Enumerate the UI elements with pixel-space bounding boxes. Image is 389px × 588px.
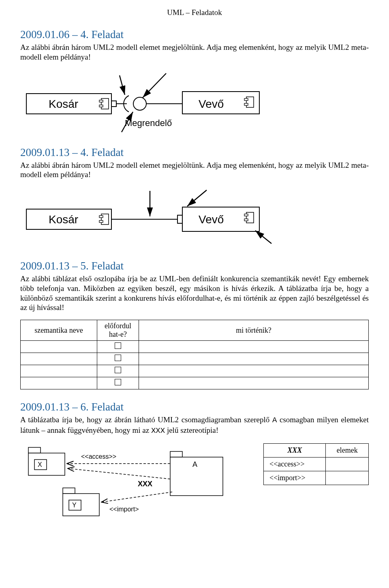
pkg-x-label: X [38,461,42,468]
svg-line-13 [143,73,166,98]
th-xxx: XXX [264,443,326,457]
task3-body: Az alábbi táblázat első oszlopába írja b… [20,274,369,312]
table-row: <<access>> [264,457,369,471]
page-header: UML – Feladatok [20,8,369,17]
label-xxx: XXX [138,480,152,488]
svg-rect-17 [99,216,103,218]
task2-body: Az alábbi ábrán három UML2 modell elemet… [20,160,369,180]
table-row [21,353,369,365]
th-elemek: elemek [326,443,369,457]
svg-point-6 [133,97,146,110]
svg-rect-23 [244,214,248,216]
checkbox-icon[interactable] [115,379,121,385]
svg-rect-34 [170,451,182,457]
task1-title: 2009.01.06 – 4. Feladat [20,28,369,41]
task3-table: szemantika neve előfordul hat-e? mi tört… [20,320,369,389]
label-import: <<import> [109,506,139,513]
svg-rect-31 [63,488,75,494]
checkbox-icon[interactable] [115,367,121,373]
col-elofordul: előfordul hat-e? [97,320,139,341]
col-szemantika: szemantika neve [21,320,97,341]
label-vevo: Vevő [199,98,224,110]
svg-line-37 [68,468,170,479]
pkg-a-label: A [192,460,197,468]
task1-body: Az alábbi ábrán három UML2 modell elemet… [20,43,369,62]
label-megrendelo: Megrendelő [125,118,172,128]
svg-rect-10 [244,98,248,100]
svg-rect-24 [244,219,248,221]
table-row: <<import>> [264,471,369,485]
label-vevo2: Vevő [199,213,224,226]
task4-title: 2009.01.13 – 6. Feladat [20,401,369,413]
task4-table: XXX elemek <<access>> <<import>> [263,443,369,485]
pkg-y-label: Y [72,502,77,509]
col-mitortenik: mi történik? [139,320,369,341]
task4-body: A táblázatba írja be, hogy az ábrán láth… [20,415,369,436]
svg-rect-28 [28,447,41,453]
task4-diagram: X Y A <<access>> XXX <<import> [20,443,239,520]
label-access: <<access>> [81,453,116,460]
svg-line-26 [187,190,207,206]
table-row [21,377,369,389]
task1-diagram: Kosár Megrendelő Vevő [20,69,369,134]
svg-line-12 [120,75,125,95]
task2-title: 2009.01.13 – 4. Feladat [20,146,369,159]
svg-rect-11 [244,103,248,105]
svg-line-27 [255,231,271,244]
task3-title: 2009.01.13 – 5. Feladat [20,260,369,272]
task2-diagram: Kosár Vevő [20,187,369,248]
svg-rect-5 [111,101,116,107]
checkbox-icon[interactable] [115,355,121,361]
svg-line-38 [101,492,172,502]
checkbox-icon[interactable] [115,342,121,349]
label-kosar: Kosár [49,98,78,110]
table-row [21,341,369,353]
table-row [21,365,369,377]
svg-rect-18 [99,220,103,222]
label-kosar2: Kosár [49,213,78,226]
svg-rect-2 [99,100,103,102]
svg-rect-3 [99,105,103,107]
